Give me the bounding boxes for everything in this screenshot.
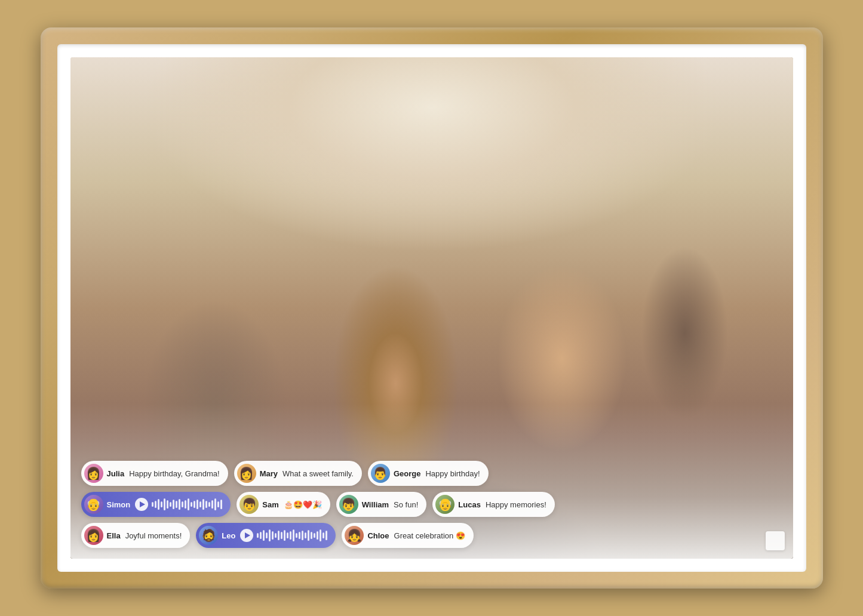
photo-frame: 👩 Julia Happy birthday, Grandma! 👩 Mary … <box>41 27 823 589</box>
comment-name-william: William <box>362 500 389 509</box>
comment-name-lucas: Lucas <box>458 500 481 509</box>
voice-leo[interactable]: 🧔 Leo <box>196 523 336 548</box>
voice-simon[interactable]: 👴 Simon <box>81 492 231 517</box>
corner-button[interactable] <box>766 531 785 550</box>
comment-chloe[interactable]: 👧 Chloe Great celebration 😍 <box>342 523 473 548</box>
comment-julia[interactable]: 👩 Julia Happy birthday, Grandma! <box>81 461 228 486</box>
voice-name-simon: Simon <box>107 500 131 509</box>
comment-text-george: Happy birthday! <box>425 469 480 478</box>
avatar-ella: 👩 <box>84 526 103 545</box>
play-button-simon[interactable] <box>135 498 148 511</box>
comment-lucas[interactable]: 👴 Lucas Happy memories! <box>432 492 554 517</box>
comment-name-ella: Ella <box>107 531 121 540</box>
comments-overlay: 👩 Julia Happy birthday, Grandma! 👩 Mary … <box>81 461 763 548</box>
avatar-william: 👦 <box>339 495 358 514</box>
comment-mary[interactable]: 👩 Mary What a sweet family. <box>234 461 362 486</box>
comment-sam[interactable]: 👦 Sam 🎂🤩❤️🎉 <box>237 492 330 517</box>
avatar-george: 👨 <box>371 464 390 483</box>
comment-text-julia: Happy birthday, Grandma! <box>129 469 220 478</box>
comment-name-julia: Julia <box>107 469 125 478</box>
photo-display: 👩 Julia Happy birthday, Grandma! 👩 Mary … <box>70 57 793 559</box>
comment-ella[interactable]: 👩 Ella Joyful moments! <box>81 523 191 548</box>
comment-name-chloe: Chloe <box>367 531 389 540</box>
comment-text-chloe: Great celebration 😍 <box>394 531 465 540</box>
avatar-lucas: 👴 <box>435 495 454 514</box>
comment-william[interactable]: 👦 William So fun! <box>336 492 427 517</box>
comment-name-mary: Mary <box>260 469 278 478</box>
comment-text-ella: Joyful moments! <box>125 531 182 540</box>
comments-row-3: 👩 Ella Joyful moments! 🧔 Leo <box>81 523 763 548</box>
avatar-sam: 👦 <box>239 495 259 514</box>
comment-text-mary: What a sweet family. <box>282 469 354 478</box>
avatar-julia: 👩 <box>84 464 103 483</box>
comment-text-sam: 🎂🤩❤️🎉 <box>284 500 322 509</box>
waveform-simon <box>152 498 222 511</box>
comment-text-lucas: Happy memories! <box>486 500 546 509</box>
voice-name-leo: Leo <box>222 531 235 540</box>
comment-george[interactable]: 👨 George Happy birthday! <box>368 461 489 486</box>
play-button-leo[interactable] <box>240 529 253 542</box>
comment-name-george: George <box>394 469 421 478</box>
avatar-mary: 👩 <box>237 464 256 483</box>
comment-text-william: So fun! <box>394 500 418 509</box>
comments-row-1: 👩 Julia Happy birthday, Grandma! 👩 Mary … <box>81 461 763 486</box>
comments-row-2: 👴 Simon 👦 Sam 🎂🤩❤️🎉 <box>81 492 763 517</box>
comment-name-sam: Sam <box>262 500 278 509</box>
avatar-chloe: 👧 <box>345 526 364 545</box>
waveform-leo <box>257 529 327 542</box>
avatar-simon: 👴 <box>84 495 103 514</box>
inner-mat: 👩 Julia Happy birthday, Grandma! 👩 Mary … <box>57 44 806 572</box>
avatar-leo: 🧔 <box>199 526 218 545</box>
